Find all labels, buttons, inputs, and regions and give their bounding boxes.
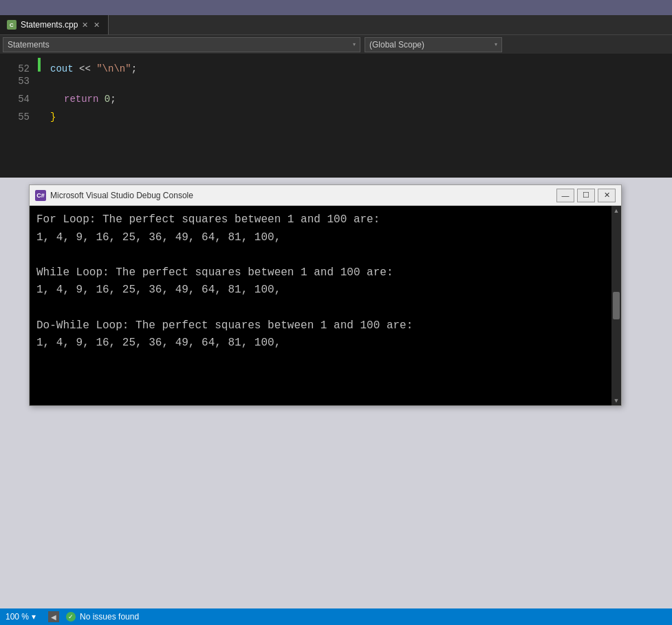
console-line-5: 1, 4, 9, 16, 25, 36, 49, 64, 81, 100,	[36, 284, 281, 296]
line-number-55: 55	[0, 112, 38, 123]
code-token-return: return	[64, 94, 98, 105]
code-content-55: }	[47, 112, 56, 123]
line-number-52: 52	[0, 63, 38, 74]
console-title-text: Microsoft Visual Studio Debug Console	[50, 191, 552, 200]
code-token: ;	[131, 63, 137, 74]
console-line-2: 1, 4, 9, 16, 25, 36, 49, 64, 81, 100,	[36, 231, 281, 244]
vs-icon: C#	[35, 190, 46, 201]
no-issues-icon: ✓	[66, 612, 76, 622]
code-line-55: 55 }	[0, 112, 672, 129]
scope-dropdown-right[interactable]: (Global Scope) ▾	[365, 37, 502, 52]
scroll-up-arrow[interactable]: ▲	[611, 207, 621, 214]
chevron-down-icon-right: ▾	[495, 41, 497, 47]
zoom-control: 100 % ▾	[6, 612, 36, 622]
nav-bar: Statements ▾ (Global Scope) ▾	[0, 34, 672, 54]
console-output: For Loop: The perfect squares between 1 …	[36, 211, 614, 352]
code-content-54: return 0;	[47, 94, 116, 105]
scroll-left-button[interactable]: ◀	[48, 611, 59, 622]
code-token-brace: }	[50, 112, 56, 123]
console-scrollbar[interactable]: ▲ ▼	[611, 206, 621, 405]
status-bar: 100 % ▾ ◀ ✓ No issues found	[0, 608, 672, 625]
zoom-level: 100 %	[6, 612, 29, 622]
code-line-52: 52 cout << "\n\n";	[0, 58, 672, 76]
code-token: <<	[74, 63, 97, 74]
code-editor[interactable]: 52 cout << "\n\n"; 53 54 return 0; 55 }	[0, 54, 672, 178]
code-line-53: 53	[0, 76, 672, 94]
code-line-54: 54 return 0;	[0, 94, 672, 112]
scope-label-left: Statements	[8, 40, 50, 50]
tab-label: Statements.cpp	[21, 20, 78, 30]
tab-statements-cpp[interactable]: C Statements.cpp ✕ ✕	[0, 15, 109, 34]
tab-pin-icon: ✕	[82, 21, 88, 30]
console-title-bar: C# Microsoft Visual Studio Debug Console…	[30, 185, 621, 206]
cpp-file-icon: C	[7, 20, 17, 30]
code-content-52: cout << "\n\n";	[47, 63, 137, 74]
console-line-4: While Loop: The perfect squares between …	[36, 266, 393, 279]
vs-icon-label: C#	[36, 192, 45, 199]
line-change-indicator	[38, 58, 41, 72]
close-button[interactable]: ✕	[598, 189, 616, 202]
code-token: "\n\n"	[96, 63, 131, 74]
tab-close-button[interactable]: ✕	[92, 21, 101, 30]
code-token: cout	[50, 63, 74, 74]
code-token: ;	[110, 94, 116, 105]
scope-label-right: (Global Scope)	[369, 40, 424, 50]
scroll-down-arrow[interactable]: ▼	[611, 397, 621, 404]
scroll-thumb[interactable]	[613, 292, 620, 319]
minimize-button[interactable]: —	[556, 189, 574, 202]
console-line-8: 1, 4, 9, 16, 25, 36, 49, 64, 81, 100,	[36, 337, 281, 349]
code-token: 0	[105, 94, 110, 105]
status-issues: ✓ No issues found	[66, 612, 139, 622]
line-number-54: 54	[0, 94, 38, 105]
console-body: For Loop: The perfect squares between 1 …	[30, 206, 621, 405]
line-number-53: 53	[0, 76, 38, 87]
editor-container: 52 cout << "\n\n"; 53 54 return 0; 55 }	[0, 54, 672, 178]
scope-dropdown-left[interactable]: Statements ▾	[3, 37, 360, 52]
window-controls: — ☐ ✕	[556, 189, 616, 202]
title-bar	[0, 0, 672, 15]
zoom-dropdown-arrow[interactable]: ▾	[32, 612, 36, 622]
chevron-down-icon: ▾	[353, 41, 356, 47]
code-token	[98, 94, 104, 105]
issues-label: No issues found	[80, 612, 139, 622]
restore-button[interactable]: ☐	[577, 189, 595, 202]
console-line-1: For Loop: The perfect squares between 1 …	[36, 213, 380, 226]
console-window[interactable]: C# Microsoft Visual Studio Debug Console…	[29, 184, 622, 406]
console-line-7: Do-While Loop: The perfect squares betwe…	[36, 319, 413, 332]
tab-bar: C Statements.cpp ✕ ✕	[0, 15, 672, 34]
